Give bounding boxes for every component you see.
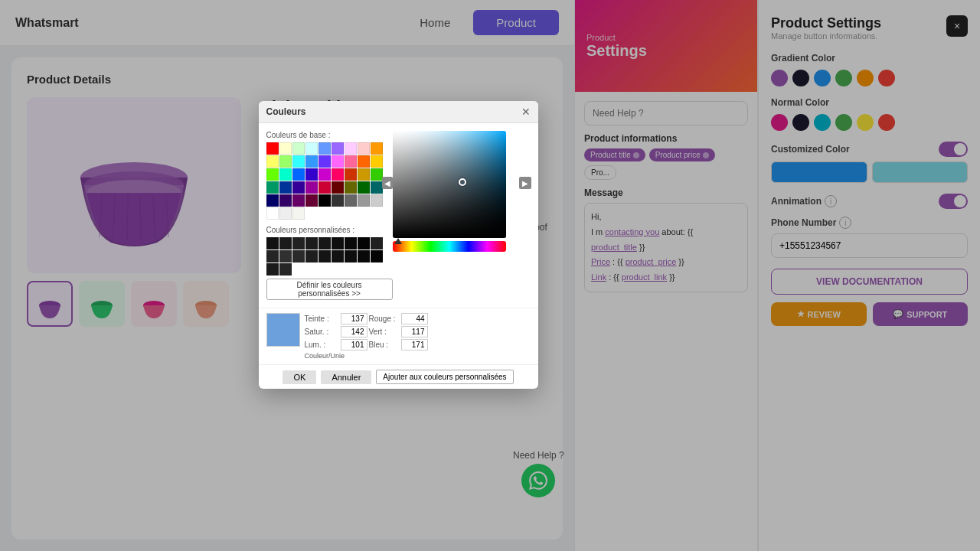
bc-g4[interactable] [371,168,383,181]
bc-dr[interactable] [332,181,344,194]
cc3[interactable] [292,237,305,249]
cc20[interactable] [279,263,292,276]
cp-title: Couleurs [266,106,306,117]
gradient-cursor [459,178,466,186]
bc-y2[interactable] [358,155,370,168]
bc-dt[interactable] [371,181,383,194]
blue-label: Bleu : [369,341,400,349]
left-arrow-btn[interactable]: ◀ [382,177,393,189]
bc-white[interactable] [266,207,279,220]
bc-teal[interactable] [292,155,305,168]
bc-cream[interactable] [279,142,292,155]
cc6[interactable] [332,237,344,249]
bc-dp[interactable] [279,194,292,207]
cc17[interactable] [358,250,370,262]
red-input[interactable] [401,313,428,324]
hue-slider-container[interactable] [393,241,506,252]
add-custom-color-button[interactable]: Ajouter aux couleurs personnalisées [376,370,513,384]
gradient-canvas[interactable] [393,131,506,238]
bc-m4[interactable] [305,181,318,194]
cp-close-button[interactable]: ✕ [521,106,531,118]
cc10[interactable] [266,250,279,262]
cc16[interactable] [345,250,357,262]
sat-input[interactable] [341,326,368,337]
cc12[interactable] [292,250,305,262]
cc13[interactable] [305,250,318,262]
color-preview-box [266,313,300,347]
cp-cancel-button[interactable]: Annuler [321,370,371,384]
bc-dred2[interactable] [305,194,318,207]
cc2[interactable] [279,237,292,249]
bc-pink2[interactable] [332,155,344,168]
bc-db[interactable] [345,181,357,194]
bc-offwhite[interactable] [292,207,305,220]
lum-input[interactable] [341,339,368,350]
bc-dg[interactable] [358,181,370,194]
bc-lpink[interactable] [345,142,357,155]
bc-orange[interactable] [371,142,383,155]
bc-b4[interactable] [279,181,292,194]
cc9[interactable] [371,237,383,249]
sat-label: Satur. : [305,328,339,336]
bc-m3[interactable] [318,168,331,181]
bc-navy[interactable] [318,155,331,168]
cc1[interactable] [266,237,279,249]
bc-lgold[interactable] [266,155,279,168]
cc5[interactable] [318,237,331,249]
custom-colors-label: Couleurs personnalisées : [266,226,393,234]
bc-gray4[interactable] [371,194,383,207]
color-picker-dialog: Couleurs ✕ Couleurs de base : [259,101,538,389]
bc-p3[interactable] [305,168,318,181]
cc7[interactable] [345,237,357,249]
bc-hot[interactable] [345,155,357,168]
bc-blue2[interactable] [305,155,318,168]
right-arrow-btn[interactable]: ▶ [519,177,531,189]
bc-r3[interactable] [332,168,344,181]
color-uniform-label: Couleur/Unie [305,352,339,360]
color-picker-overlay: Couleurs ✕ Couleurs de base : [0,0,980,551]
green-label: Vert : [369,328,400,336]
bc-lgreen[interactable] [279,155,292,168]
bc-y4[interactable] [358,168,370,181]
hue-input[interactable] [341,313,368,324]
bc-r4[interactable] [345,168,357,181]
cc11[interactable] [279,250,292,262]
bc-gray1[interactable] [332,194,344,207]
bc-lpink2[interactable] [358,142,370,155]
bc-dblu[interactable] [266,194,279,207]
bc-t4[interactable] [266,181,279,194]
bc-gray2[interactable] [345,194,357,207]
define-custom-button[interactable]: Définir les couleurs personnalisées >> [266,279,393,300]
bc-violet[interactable] [332,142,344,155]
green-input[interactable] [401,326,428,337]
red-label: Rouge : [369,315,400,323]
lum-label: Lum. : [305,341,339,349]
blue-input[interactable] [401,339,428,350]
bc-gray3[interactable] [358,194,370,207]
bc-p4[interactable] [292,181,305,194]
bc-dm[interactable] [292,194,305,207]
bc-b3[interactable] [292,168,305,181]
hue-label: Teinte : [305,315,339,323]
bc-t3[interactable] [279,168,292,181]
cp-ok-button[interactable]: OK [283,370,316,384]
base-colors-label: Couleurs de base : [266,131,393,139]
cc15[interactable] [332,250,344,262]
bc-g3[interactable] [266,168,279,181]
cc4[interactable] [305,237,318,249]
cc8[interactable] [358,237,370,249]
bc-mint[interactable] [292,142,305,155]
bc-cornfl[interactable] [318,142,331,155]
cc14[interactable] [318,250,331,262]
cc18[interactable] [371,250,383,262]
bc-r5[interactable] [318,181,331,194]
bc-ltgray[interactable] [279,207,292,220]
bc-black[interactable] [318,194,331,207]
bc-ltblue[interactable] [305,142,318,155]
bc-y3[interactable] [371,155,383,168]
bc-red[interactable] [266,142,279,155]
cc19[interactable] [266,263,279,276]
